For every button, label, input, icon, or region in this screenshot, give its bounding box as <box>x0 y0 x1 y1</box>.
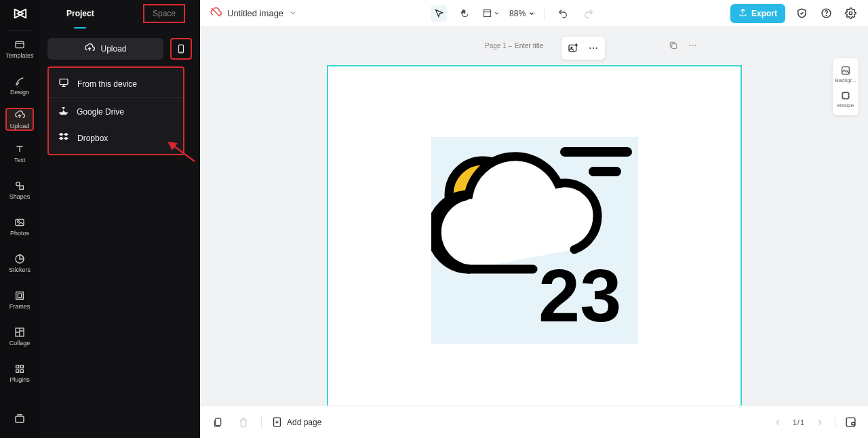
rail-label: Plugins <box>9 377 30 383</box>
shield-button[interactable] <box>793 5 810 22</box>
background-tool[interactable]: Backgr... <box>835 62 856 86</box>
export-label: Export <box>751 9 777 18</box>
svg-rect-0 <box>16 41 24 47</box>
rail-text[interactable]: Text <box>5 139 34 167</box>
rail-label: Shapes <box>9 194 31 200</box>
svg-text:23: 23 <box>538 254 621 337</box>
artboard-tool[interactable] <box>482 5 500 22</box>
svg-rect-13 <box>16 416 24 422</box>
rail-templates[interactable]: Templates <box>5 35 34 63</box>
text-icon <box>14 143 26 155</box>
rail-shapes[interactable]: Shapes <box>5 176 34 204</box>
rail-upload[interactable]: Upload <box>5 108 34 131</box>
divider <box>835 416 835 429</box>
redo-button[interactable] <box>580 5 597 22</box>
svg-rect-38 <box>216 418 221 426</box>
svg-rect-15 <box>60 79 68 85</box>
settings-button[interactable] <box>842 5 859 22</box>
rail-label: Text <box>14 157 26 163</box>
upload-button[interactable]: Upload <box>47 38 163 60</box>
zoom-level[interactable]: 88% <box>509 9 535 18</box>
svg-point-29 <box>592 47 593 49</box>
background-icon <box>840 65 851 76</box>
plugins-icon <box>14 363 26 375</box>
rail-label: Frames <box>9 304 31 310</box>
page-more-button[interactable] <box>686 39 698 52</box>
svg-point-23 <box>689 45 690 46</box>
undo-button[interactable] <box>555 5 571 22</box>
rail-photos[interactable]: Photos <box>5 212 34 241</box>
select-tool[interactable] <box>431 5 447 22</box>
svg-point-4 <box>18 220 20 222</box>
divider <box>261 416 262 429</box>
prev-page-button <box>770 414 786 431</box>
resize-tool[interactable]: Resize <box>837 87 854 111</box>
svg-rect-14 <box>179 45 184 53</box>
svg-point-1 <box>16 182 20 186</box>
chevron-down-icon <box>528 10 535 17</box>
stickers-icon <box>14 253 26 265</box>
upload-source-menu: From this device Google Drive Dropbox <box>47 66 184 155</box>
cloud-upload-icon <box>84 43 95 56</box>
rail-label: Photos <box>10 231 29 237</box>
menu-label: Dropbox <box>77 134 108 143</box>
rail-stickers[interactable]: Stickers <box>5 249 34 277</box>
google-drive-icon <box>58 106 68 118</box>
export-icon <box>738 8 747 19</box>
tab-label: Space <box>153 9 176 18</box>
phone-upload-button[interactable] <box>170 38 192 60</box>
rail-plugins[interactable]: Plugins <box>5 359 34 387</box>
float-label: Resize <box>837 102 854 108</box>
divider <box>545 7 545 20</box>
export-button[interactable]: Export <box>730 4 785 23</box>
tab-space[interactable]: Space <box>153 9 176 18</box>
design-icon <box>14 75 26 87</box>
tab-project[interactable]: Project <box>66 1 94 26</box>
rail-collage[interactable]: Collage <box>5 322 34 351</box>
next-page-button <box>812 414 828 431</box>
svg-rect-32 <box>589 167 621 176</box>
upload-label: Upload <box>100 44 126 54</box>
annotation-arrow-icon <box>165 140 196 163</box>
weather-image[interactable]: 23 <box>431 137 638 344</box>
pages-grid-button[interactable] <box>210 414 226 431</box>
right-tools-panel: Backgr... Resize <box>833 58 859 115</box>
ai-image-button[interactable] <box>564 39 582 57</box>
rail-frames[interactable]: Frames <box>5 285 34 314</box>
rail-label: Templates <box>5 53 33 59</box>
menu-from-device[interactable]: From this device <box>49 71 183 98</box>
tab-label: Project <box>66 9 94 18</box>
svg-rect-12 <box>20 370 23 372</box>
toolbar-more-button[interactable] <box>585 39 602 57</box>
rail-layers[interactable] <box>5 408 34 429</box>
document-title[interactable]: Untitled image <box>227 8 283 18</box>
photos-icon <box>14 216 26 228</box>
menu-label: From this device <box>77 79 137 89</box>
chevron-down-icon[interactable] <box>289 7 297 20</box>
page-duplicate-button[interactable] <box>667 39 679 52</box>
monitor-icon <box>58 77 69 90</box>
svg-rect-10 <box>20 365 23 368</box>
menu-label: Google Drive <box>77 107 124 117</box>
svg-point-24 <box>692 45 693 46</box>
delete-page-button <box>235 414 252 431</box>
svg-line-16 <box>169 142 195 161</box>
hand-tool[interactable] <box>456 5 473 22</box>
resize-icon <box>840 90 851 101</box>
svg-point-21 <box>849 12 852 14</box>
add-page-button[interactable]: Add page <box>271 416 321 428</box>
app-logo[interactable] <box>0 0 39 27</box>
phone-icon <box>176 42 186 56</box>
canvas[interactable]: 23 <box>327 65 742 405</box>
svg-rect-18 <box>484 10 491 17</box>
menu-dropbox[interactable]: Dropbox <box>49 125 183 151</box>
float-label: Backgr... <box>835 77 856 83</box>
tab-space-highlight: Space <box>143 4 185 23</box>
present-button[interactable] <box>842 414 859 431</box>
rail-design[interactable]: Design <box>5 71 34 100</box>
svg-point-25 <box>694 45 696 46</box>
menu-google-drive[interactable]: Google Drive <box>49 99 183 125</box>
help-button[interactable] <box>818 5 834 22</box>
rail-label: Design <box>10 89 29 96</box>
shapes-icon <box>14 180 26 192</box>
